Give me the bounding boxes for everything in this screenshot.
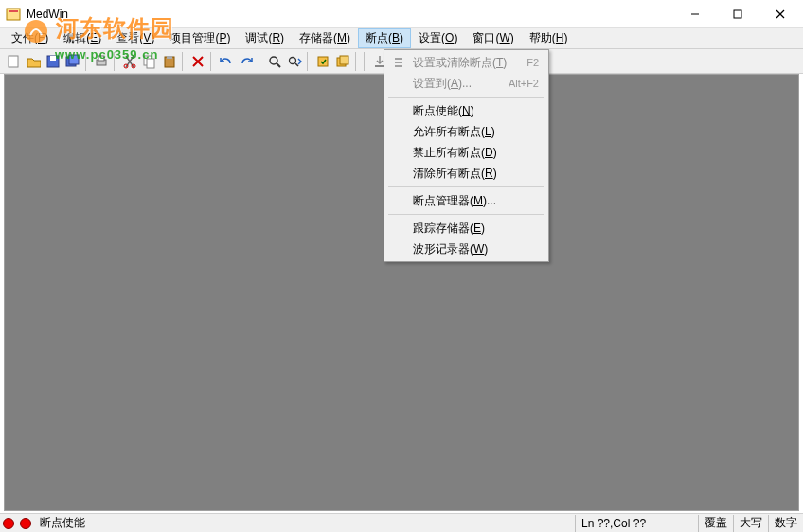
menu-p[interactable]: 项目管理(P) xyxy=(162,28,238,48)
paste-button[interactable] xyxy=(160,52,179,71)
breakpoints-menu: 设置或清除断点(T)F2设置到(A)...Alt+F2断点使能(N)允许所有断点… xyxy=(384,49,549,262)
svg-rect-16 xyxy=(147,59,154,68)
svg-rect-8 xyxy=(50,56,56,61)
svg-point-23 xyxy=(290,57,296,63)
svg-line-24 xyxy=(295,63,298,66)
minimize-button[interactable] xyxy=(673,1,716,27)
menu-item-d[interactable]: 禁止所有断点(D) xyxy=(386,142,546,163)
svg-rect-12 xyxy=(98,56,104,61)
cut-button[interactable] xyxy=(120,52,139,71)
find-button[interactable] xyxy=(265,52,284,71)
svg-rect-6 xyxy=(9,56,18,67)
menu-o[interactable]: 设置(O) xyxy=(411,28,465,48)
app-icon xyxy=(6,7,21,22)
delete-button[interactable] xyxy=(188,52,207,71)
toolbar-separator xyxy=(182,52,186,71)
menu-r[interactable]: 调试(R) xyxy=(238,28,292,48)
menu-w[interactable]: 窗口(W) xyxy=(465,28,521,48)
toolbar-separator xyxy=(85,52,89,71)
menu-item-w[interactable]: 波形记录器(W) xyxy=(386,239,546,259)
menu-item-label: 断点使能(N) xyxy=(413,103,539,119)
menu-item-t: 设置或清除断点(T)F2 xyxy=(386,52,546,73)
svg-rect-0 xyxy=(7,9,20,20)
redo-button[interactable] xyxy=(237,52,256,71)
menu-e[interactable]: 编辑(E) xyxy=(56,28,109,48)
status-overwrite: 覆盖 xyxy=(698,515,733,532)
menu-separator xyxy=(388,97,544,98)
toolbar-separator xyxy=(307,52,311,71)
menu-v[interactable]: 查看(V) xyxy=(109,28,162,48)
svg-rect-18 xyxy=(167,56,172,59)
svg-rect-1 xyxy=(9,10,18,12)
close-button[interactable] xyxy=(758,1,801,27)
svg-line-22 xyxy=(277,63,280,67)
toolbar-separator xyxy=(210,52,214,71)
svg-point-21 xyxy=(270,57,277,64)
titlebar: MedWin xyxy=(0,0,803,28)
maximize-button[interactable] xyxy=(716,1,758,27)
menu-h[interactable]: 帮助(H) xyxy=(522,28,576,48)
status-message: 断点使能 xyxy=(34,515,91,532)
svg-rect-10 xyxy=(69,55,79,64)
print-button[interactable] xyxy=(92,52,111,71)
menu-item-accel: F2 xyxy=(526,57,539,68)
menu-item-label: 断点管理器(M)... xyxy=(413,193,539,209)
menubar: 文件(F)编辑(E)查看(V)项目管理(P)调试(R)存储器(M)断点(B)设置… xyxy=(0,28,803,49)
menu-b[interactable]: 断点(B) xyxy=(358,28,411,48)
toolbar-separator xyxy=(364,52,367,71)
status-position: Ln ??,Col ?? xyxy=(575,515,698,532)
new-file-button[interactable] xyxy=(4,52,23,71)
menu-m[interactable]: 存储器(M) xyxy=(292,28,358,48)
menu-item-label: 设置或清除断点(T) xyxy=(413,55,526,71)
menu-item-label: 禁止所有断点(D) xyxy=(413,145,539,161)
copy-button[interactable] xyxy=(140,52,159,71)
menu-item-label: 设置到(A)... xyxy=(413,76,509,92)
svg-rect-27 xyxy=(340,56,348,64)
find-next-button[interactable] xyxy=(285,52,304,71)
svg-rect-3 xyxy=(734,10,741,18)
statusbar: 断点使能 Ln ??,Col ?? 覆盖 大写 数字 xyxy=(0,513,803,532)
menu-separator xyxy=(388,214,544,215)
menu-item-label: 允许所有断点(L) xyxy=(413,124,539,140)
toolbar-separator xyxy=(259,52,262,71)
menu-item-label: 波形记录器(W) xyxy=(413,241,539,257)
menu-item-n[interactable]: 断点使能(N) xyxy=(386,100,546,121)
status-num: 数字 xyxy=(768,515,803,532)
menu-item-a: 设置到(A)...Alt+F2 xyxy=(386,73,546,94)
menu-separator xyxy=(388,186,544,187)
status-led-2 xyxy=(20,518,31,529)
open-file-button[interactable] xyxy=(24,52,43,71)
menu-item-r[interactable]: 清除所有断点(R) xyxy=(386,163,546,184)
save-all-button[interactable] xyxy=(63,52,82,71)
menu-item-label: 跟踪存储器(E) xyxy=(413,221,539,237)
rebuild-button[interactable] xyxy=(333,52,352,71)
toolbar-separator xyxy=(114,52,117,71)
toolbar-separator xyxy=(355,52,359,71)
menu-item-m[interactable]: 断点管理器(M)... xyxy=(386,190,546,211)
menu-item-e[interactable]: 跟踪存储器(E) xyxy=(386,218,546,239)
window-title: MedWin xyxy=(27,8,673,21)
undo-button[interactable] xyxy=(217,52,236,71)
save-file-button[interactable] xyxy=(44,52,62,71)
menu-item-l[interactable]: 允许所有断点(L) xyxy=(386,121,546,142)
svg-rect-25 xyxy=(318,57,328,66)
menu-item-label: 清除所有断点(R) xyxy=(413,166,539,182)
build-button[interactable] xyxy=(313,52,332,71)
status-caps: 大写 xyxy=(733,515,768,532)
menu-f[interactable]: 文件(F) xyxy=(4,28,56,48)
menu-item-accel: Alt+F2 xyxy=(509,78,539,89)
status-led-1 xyxy=(3,518,14,529)
breakpoint-toggle-icon xyxy=(392,56,405,69)
